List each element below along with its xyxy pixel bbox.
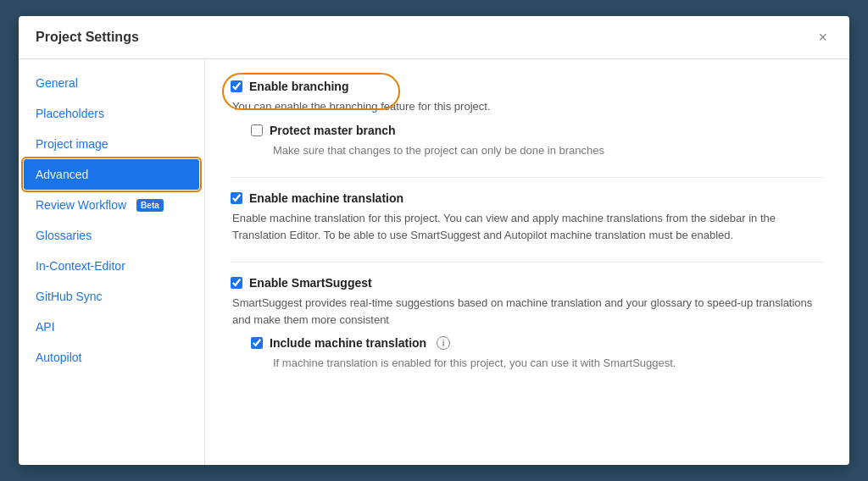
sidebar-item-label: In-Context-Editor	[36, 259, 125, 273]
modal-body: General Placeholders Project image Advan…	[19, 59, 849, 465]
enable-smartsuggest-checkbox[interactable]	[231, 277, 242, 289]
sidebar-item-label: GitHub Sync	[36, 290, 103, 303]
beta-badge: Beta	[136, 199, 164, 212]
divider-1	[231, 177, 824, 178]
sidebar-item-api[interactable]: API	[19, 312, 204, 342]
machine-translation-section: Enable machine translation Enable machin…	[231, 191, 824, 243]
protect-master-section: Protect master branch Make sure that cha…	[251, 124, 824, 159]
include-mt-row: Include machine translation i	[251, 336, 824, 350]
protect-master-label: Protect master branch	[270, 124, 396, 137]
modal-header: Project Settings ×	[19, 16, 849, 59]
sidebar-item-glossaries[interactable]: Glossaries	[19, 220, 204, 251]
sidebar-item-advanced[interactable]: Advanced	[24, 159, 199, 190]
sidebar-item-review-workflow[interactable]: Review Workflow Beta	[19, 190, 204, 220]
project-settings-modal: Project Settings × General Placeholders …	[19, 16, 849, 465]
content-area: Enable branching You can enable the bran…	[205, 59, 849, 465]
sidebar-item-label: Review Workflow	[36, 198, 126, 212]
include-machine-translation-checkbox[interactable]	[251, 337, 263, 349]
sidebar-item-github-sync[interactable]: GitHub Sync	[19, 281, 204, 312]
include-machine-translation-label: Include machine translation	[270, 336, 426, 350]
sidebar-item-general[interactable]: General	[19, 68, 204, 98]
close-button[interactable]: ×	[813, 28, 832, 47]
sidebar-item-project-image[interactable]: Project image	[19, 129, 204, 159]
protect-master-row: Protect master branch	[251, 124, 824, 137]
include-mt-section: Include machine translation i If machine…	[251, 336, 824, 372]
enable-branching-description: You can enable the branching feature for…	[232, 98, 824, 115]
sidebar-item-autopilot[interactable]: Autopilot	[19, 342, 204, 373]
sidebar-item-label: Glossaries	[36, 229, 92, 242]
sidebar-item-label: Project image	[36, 137, 108, 151]
sidebar-item-label: Advanced	[36, 168, 88, 181]
modal-overlay: Project Settings × General Placeholders …	[0, 0, 868, 481]
include-mt-description: If machine translation is enabled for th…	[273, 355, 824, 372]
enable-branching-wrapper: Enable branching	[231, 80, 348, 98]
machine-translation-description: Enable machine translation for this proj…	[232, 210, 824, 243]
smartsuggest-section: Enable SmartSuggest SmartSuggest provide…	[231, 276, 824, 372]
protect-master-checkbox[interactable]	[251, 124, 263, 136]
sidebar-item-placeholders[interactable]: Placeholders	[19, 98, 204, 129]
enable-branching-checkbox[interactable]	[231, 80, 242, 92]
divider-2	[231, 262, 824, 263]
enable-smartsuggest-label: Enable SmartSuggest	[249, 276, 372, 290]
enable-branching-section: Enable branching You can enable the bran…	[231, 80, 824, 158]
sidebar: General Placeholders Project image Advan…	[19, 59, 205, 465]
sidebar-item-label: General	[36, 76, 78, 90]
machine-translation-row: Enable machine translation	[231, 191, 824, 205]
smartsuggest-description: SmartSuggest provides real-time suggesti…	[232, 295, 824, 328]
protect-master-description: Make sure that changes to the project ca…	[273, 142, 824, 159]
modal-title: Project Settings	[36, 30, 139, 45]
enable-branching-label: Enable branching	[249, 80, 348, 93]
info-icon[interactable]: i	[437, 336, 450, 350]
sidebar-item-label: Autopilot	[36, 351, 81, 364]
enable-branching-row: Enable branching	[231, 80, 348, 93]
sidebar-item-label: API	[36, 320, 55, 334]
smartsuggest-row: Enable SmartSuggest	[231, 276, 824, 290]
sidebar-item-in-context-editor[interactable]: In-Context-Editor	[19, 251, 204, 281]
sidebar-item-label: Placeholders	[36, 107, 104, 120]
enable-machine-translation-checkbox[interactable]	[231, 192, 242, 204]
enable-machine-translation-label: Enable machine translation	[249, 191, 403, 205]
